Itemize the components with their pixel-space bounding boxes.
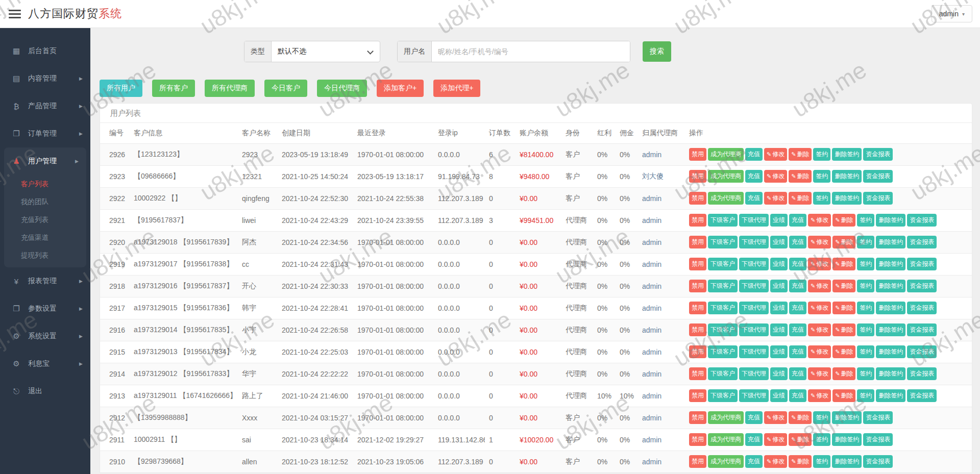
disable-button[interactable]: 禁用	[689, 433, 706, 446]
edit-button[interactable]: ✎修改	[764, 411, 787, 424]
become-agent-button[interactable]: 成为代理商	[708, 148, 744, 161]
become-agent-button[interactable]: 成为代理商	[708, 455, 744, 468]
hamburger-menu-icon[interactable]	[9, 8, 21, 20]
fund-report-button[interactable]: 资金报表	[907, 345, 937, 358]
today-agents-button[interactable]: 今日代理商	[317, 80, 367, 97]
edit-button[interactable]: ✎修改	[764, 192, 787, 205]
sign-button[interactable]: 签约	[813, 411, 830, 424]
disable-button[interactable]: 禁用	[689, 455, 706, 468]
sub-agents-button[interactable]: 下级代理	[739, 258, 769, 270]
fund-report-button[interactable]: 资金报表	[907, 280, 937, 292]
sign-button[interactable]: 签约	[857, 280, 874, 292]
delete-button[interactable]: ✎删除	[832, 236, 855, 248]
sub-agents-button[interactable]: 下级代理	[739, 236, 769, 248]
become-agent-button[interactable]: 成为代理商	[708, 192, 744, 205]
recharge-button[interactable]: 充值	[789, 345, 806, 358]
sidebar-item-退出[interactable]: ⎋退出	[0, 378, 90, 405]
fund-report-button[interactable]: 资金报表	[907, 367, 937, 380]
delete-sign-button[interactable]: 删除签约	[876, 302, 905, 314]
disable-button[interactable]: 禁用	[689, 302, 706, 314]
sidebar-item-内容管理[interactable]: ▤内容管理▶	[0, 65, 90, 92]
sub-customers-button[interactable]: 下级客户	[708, 280, 738, 292]
delete-button[interactable]: ✎删除	[789, 170, 812, 183]
recharge-button[interactable]: 充值	[745, 411, 763, 424]
admin-menu-button[interactable]: admin ▾	[932, 5, 972, 22]
delete-sign-button[interactable]: 删除签约	[876, 323, 905, 336]
sub-agents-button[interactable]: 下级代理	[739, 389, 769, 402]
edit-button[interactable]: ✎修改	[808, 280, 831, 292]
recharge-button[interactable]: 充值	[745, 148, 763, 161]
delete-sign-button[interactable]: 删除签约	[876, 258, 905, 270]
search-button[interactable]: 搜索	[643, 41, 671, 62]
sub-customers-button[interactable]: 下级客户	[708, 389, 738, 402]
performance-button[interactable]: 业绩	[770, 280, 788, 292]
sign-button[interactable]: 签约	[857, 367, 874, 380]
disable-button[interactable]: 禁用	[689, 192, 706, 205]
delete-sign-button[interactable]: 删除签约	[832, 433, 862, 446]
delete-button[interactable]: ✎删除	[832, 367, 855, 380]
add-agent-button[interactable]: 添加代理+	[433, 80, 480, 97]
recharge-button[interactable]: 充值	[789, 389, 806, 402]
sign-button[interactable]: 签约	[857, 236, 874, 248]
recharge-button[interactable]: 充值	[745, 170, 763, 183]
edit-button[interactable]: ✎修改	[764, 148, 787, 161]
sign-button[interactable]: 签约	[813, 170, 830, 183]
delete-sign-button[interactable]: 删除签约	[832, 192, 862, 205]
become-agent-button[interactable]: 成为代理商	[708, 433, 744, 446]
edit-button[interactable]: ✎修改	[808, 258, 831, 270]
delete-button[interactable]: ✎删除	[832, 389, 855, 402]
delete-button[interactable]: ✎删除	[789, 192, 812, 205]
fund-report-button[interactable]: 资金报表	[863, 170, 893, 183]
sub-agents-button[interactable]: 下级代理	[739, 345, 769, 358]
sign-button[interactable]: 签约	[813, 455, 830, 468]
edit-button[interactable]: ✎修改	[808, 323, 831, 336]
fund-report-button[interactable]: 资金报表	[863, 192, 893, 205]
edit-button[interactable]: ✎修改	[808, 214, 831, 227]
recharge-button[interactable]: 充值	[789, 258, 806, 270]
disable-button[interactable]: 禁用	[689, 214, 706, 227]
become-agent-button[interactable]: 成为代理商	[708, 170, 744, 183]
sidebar-item-参数设置[interactable]: ❐参数设置▶	[0, 295, 90, 322]
recharge-button[interactable]: 充值	[789, 280, 806, 292]
become-agent-button[interactable]: 成为代理商	[708, 411, 744, 424]
delete-sign-button[interactable]: 删除签约	[832, 170, 862, 183]
recharge-button[interactable]: 充值	[789, 214, 806, 227]
delete-button[interactable]: ✎删除	[789, 148, 812, 161]
edit-button[interactable]: ✎修改	[808, 302, 831, 314]
sidebar-item-产品管理[interactable]: ₿产品管理▶	[0, 92, 90, 120]
sidebar-item-用户管理[interactable]: ♟用户管理▶	[4, 147, 86, 175]
recharge-button[interactable]: 充值	[789, 367, 806, 380]
recharge-button[interactable]: 充值	[789, 323, 806, 336]
type-select[interactable]: 默认不选	[272, 41, 380, 62]
sidebar-subitem-充值渠道[interactable]: 充值渠道	[4, 229, 86, 246]
delete-button[interactable]: ✎删除	[832, 345, 855, 358]
performance-button[interactable]: 业绩	[770, 323, 788, 336]
username-input[interactable]	[432, 41, 630, 62]
sub-customers-button[interactable]: 下级客户	[708, 367, 738, 380]
fund-report-button[interactable]: 资金报表	[907, 323, 937, 336]
all-agents-button[interactable]: 所有代理商	[205, 80, 255, 97]
sub-customers-button[interactable]: 下级客户	[708, 214, 738, 227]
delete-button[interactable]: ✎删除	[832, 258, 855, 270]
sidebar-item-订单管理[interactable]: ❐订单管理▶	[0, 120, 90, 147]
all-users-button[interactable]: 所有用户	[100, 80, 142, 97]
sidebar-item-报表管理[interactable]: ¥报表管理▶	[0, 267, 90, 295]
sub-agents-button[interactable]: 下级代理	[739, 323, 769, 336]
sidebar-subitem-客户列表[interactable]: 客户列表	[4, 175, 86, 193]
sign-button[interactable]: 签约	[813, 148, 830, 161]
edit-button[interactable]: ✎修改	[764, 433, 787, 446]
recharge-button[interactable]: 充值	[789, 302, 806, 314]
fund-report-button[interactable]: 资金报表	[907, 389, 937, 402]
performance-button[interactable]: 业绩	[770, 236, 788, 248]
fund-report-button[interactable]: 资金报表	[907, 302, 937, 314]
sidebar-item-后台首页[interactable]: ▦后台首页	[0, 37, 90, 65]
sign-button[interactable]: 签约	[857, 323, 874, 336]
edit-button[interactable]: ✎修改	[808, 389, 831, 402]
disable-button[interactable]: 禁用	[689, 170, 706, 183]
disable-button[interactable]: 禁用	[689, 258, 706, 270]
disable-button[interactable]: 禁用	[689, 323, 706, 336]
edit-button[interactable]: ✎修改	[808, 236, 831, 248]
recharge-button[interactable]: 充值	[745, 433, 763, 446]
edit-button[interactable]: ✎修改	[764, 455, 787, 468]
add-customer-button[interactable]: 添加客户+	[377, 80, 424, 97]
